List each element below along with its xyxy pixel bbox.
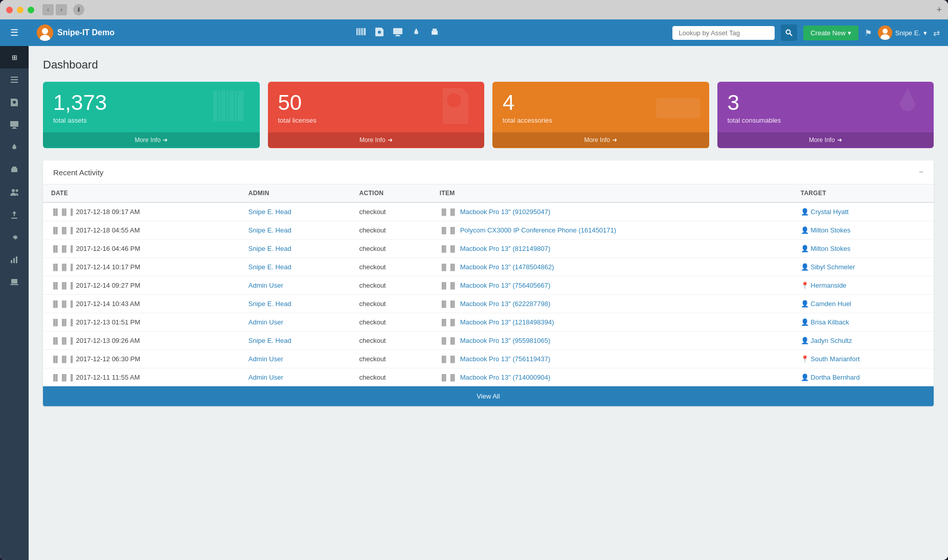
sidebar-item-kiosk[interactable] bbox=[0, 271, 29, 293]
collapse-button[interactable]: − bbox=[919, 168, 923, 177]
save-nav-icon[interactable] bbox=[374, 27, 385, 39]
user-menu[interactable]: Snipe E. ▾ bbox=[878, 26, 927, 40]
cell-item[interactable]: ▐▌▐▌Polycom CX3000 IP Conference Phone (… bbox=[432, 221, 793, 240]
accessories-more-info[interactable]: More Info ➜ bbox=[492, 132, 709, 148]
cell-item[interactable]: ▐▌▐▌Macbook Pro 13" (955981065) bbox=[432, 332, 793, 350]
admin-link[interactable]: Admin User bbox=[249, 355, 283, 363]
back-button[interactable]: ‹ bbox=[42, 4, 54, 15]
sidebar-item-licenses[interactable] bbox=[0, 91, 29, 113]
cell-admin[interactable]: Snipe E. Head bbox=[240, 221, 351, 240]
sidebar-item-reports[interactable] bbox=[0, 248, 29, 271]
item-link[interactable]: Macbook Pro 13" (756119437) bbox=[460, 355, 551, 363]
cell-target[interactable]: 👤 Crystal Hyatt bbox=[793, 202, 934, 221]
cell-item[interactable]: ▐▌▐▌Macbook Pro 13" (1478504862) bbox=[432, 258, 793, 276]
maximize-button[interactable] bbox=[28, 7, 34, 13]
share-icon[interactable]: ⇄ bbox=[933, 28, 940, 38]
cell-date: ▐▌▐▌▐2017-12-11 11:55 AM bbox=[43, 368, 240, 387]
svg-rect-12 bbox=[11, 260, 12, 263]
target-link[interactable]: 📍 South Marianfort bbox=[801, 355, 860, 363]
cell-item[interactable]: ▐▌▐▌Macbook Pro 13" (756405667) bbox=[432, 276, 793, 295]
barcode-nav-icon[interactable] bbox=[356, 27, 366, 39]
item-link[interactable]: Macbook Pro 13" (1478504862) bbox=[460, 263, 554, 271]
close-button[interactable] bbox=[6, 7, 13, 13]
target-link[interactable]: 👤 Jadyn Schultz bbox=[801, 337, 852, 344]
admin-link[interactable]: Snipe E. Head bbox=[249, 300, 291, 308]
droplet-nav-icon[interactable] bbox=[411, 27, 421, 39]
sidebar-item-settings[interactable] bbox=[0, 226, 29, 248]
target-link[interactable]: 👤 Milton Stokes bbox=[801, 245, 851, 252]
cell-item[interactable]: ▐▌▐▌Macbook Pro 13" (1218498394) bbox=[432, 313, 793, 332]
create-new-button[interactable]: Create New ▾ bbox=[803, 26, 859, 40]
minimize-button[interactable] bbox=[17, 7, 24, 13]
cell-item[interactable]: ▐▌▐▌Macbook Pro 13" (622287798) bbox=[432, 295, 793, 313]
flag-icon[interactable]: ⚑ bbox=[865, 28, 872, 38]
admin-link[interactable]: Admin User bbox=[249, 374, 283, 381]
cell-admin[interactable]: Snipe E. Head bbox=[240, 240, 351, 258]
target-link[interactable]: 👤 Crystal Hyatt bbox=[801, 208, 849, 216]
admin-link[interactable]: Admin User bbox=[249, 318, 283, 326]
cell-item[interactable]: ▐▌▐▌Macbook Pro 13" (714000904) bbox=[432, 368, 793, 387]
sidebar-brand[interactable]: ☰ bbox=[0, 19, 29, 46]
item-link[interactable]: Macbook Pro 13" (714000904) bbox=[460, 374, 551, 381]
cell-item[interactable]: ▐▌▐▌Macbook Pro 13" (910295047) bbox=[432, 202, 793, 221]
cell-target[interactable]: 👤 Jadyn Schultz bbox=[793, 332, 934, 350]
admin-link[interactable]: Snipe E. Head bbox=[249, 337, 291, 344]
cell-target[interactable]: 👤 Brisa Kilback bbox=[793, 313, 934, 332]
assets-more-info[interactable]: More Info ➜ bbox=[43, 132, 260, 148]
item-link[interactable]: Macbook Pro 13" (622287798) bbox=[460, 300, 551, 308]
search-button[interactable] bbox=[781, 25, 797, 41]
sidebar-item-users[interactable] bbox=[0, 181, 29, 203]
item-link[interactable]: Macbook Pro 13" (910295047) bbox=[460, 208, 551, 216]
print-nav-icon[interactable] bbox=[430, 27, 440, 39]
svg-rect-43 bbox=[238, 90, 244, 121]
cell-target[interactable]: 👤 Milton Stokes bbox=[793, 221, 934, 240]
admin-link[interactable]: Snipe E. Head bbox=[249, 263, 291, 271]
cell-admin[interactable]: Snipe E. Head bbox=[240, 202, 351, 221]
cell-admin[interactable]: Admin User bbox=[240, 350, 351, 368]
cell-item[interactable]: ▐▌▐▌Macbook Pro 13" (812149807) bbox=[432, 240, 793, 258]
cell-admin[interactable]: Admin User bbox=[240, 368, 351, 387]
admin-link[interactable]: Snipe E. Head bbox=[249, 226, 291, 234]
target-link[interactable]: 👤 Dortha Bernhard bbox=[801, 374, 860, 381]
cell-admin[interactable]: Snipe E. Head bbox=[240, 332, 351, 350]
cell-target[interactable]: 👤 Sibyl Schmeler bbox=[793, 258, 934, 276]
cell-target[interactable]: 👤 Camden Huel bbox=[793, 295, 934, 313]
cell-admin[interactable]: Admin User bbox=[240, 313, 351, 332]
sidebar-item-accessories[interactable] bbox=[0, 113, 29, 136]
admin-link[interactable]: Snipe E. Head bbox=[249, 208, 291, 216]
item-link[interactable]: Polycom CX3000 IP Conference Phone (1614… bbox=[460, 226, 616, 234]
target-link[interactable]: 👤 Milton Stokes bbox=[801, 226, 851, 234]
cell-admin[interactable]: Admin User bbox=[240, 276, 351, 295]
brand[interactable]: Snipe-IT Demo bbox=[37, 25, 115, 41]
sidebar-item-printers[interactable] bbox=[0, 158, 29, 181]
cell-item[interactable]: ▐▌▐▌Macbook Pro 13" (756119437) bbox=[432, 350, 793, 368]
cell-admin[interactable]: Snipe E. Head bbox=[240, 295, 351, 313]
consumables-more-info[interactable]: More Info ➜ bbox=[717, 132, 934, 148]
cell-target[interactable]: 📍 Hermanside bbox=[793, 276, 934, 295]
cell-target[interactable]: 👤 Milton Stokes bbox=[793, 240, 934, 258]
forward-button[interactable]: › bbox=[56, 4, 67, 15]
item-link[interactable]: Macbook Pro 13" (756405667) bbox=[460, 282, 551, 289]
item-link[interactable]: Macbook Pro 13" (955981065) bbox=[460, 337, 551, 344]
target-link[interactable]: 👤 Camden Huel bbox=[801, 300, 851, 308]
item-link[interactable]: Macbook Pro 13" (1218498394) bbox=[460, 318, 554, 326]
view-all-button[interactable]: View All bbox=[43, 386, 934, 406]
admin-link[interactable]: Admin User bbox=[249, 282, 283, 289]
target-link[interactable]: 👤 Brisa Kilback bbox=[801, 318, 849, 326]
sidebar-item-consumables[interactable] bbox=[0, 136, 29, 158]
cell-target[interactable]: 📍 South Marianfort bbox=[793, 350, 934, 368]
sidebar-item-upload[interactable] bbox=[0, 203, 29, 226]
new-tab-button[interactable]: + bbox=[936, 5, 942, 15]
licenses-more-info[interactable]: More Info ➜ bbox=[268, 132, 485, 148]
admin-link[interactable]: Snipe E. Head bbox=[249, 245, 291, 252]
sidebar-item-assets[interactable] bbox=[0, 68, 29, 91]
item-link[interactable]: Macbook Pro 13" (812149807) bbox=[460, 245, 551, 252]
target-link[interactable]: 📍 Hermanside bbox=[801, 282, 847, 289]
asset-tag-search[interactable] bbox=[672, 26, 775, 40]
cell-target[interactable]: 👤 Dortha Bernhard bbox=[793, 368, 934, 387]
monitor-nav-icon[interactable] bbox=[393, 27, 403, 39]
download-button[interactable]: ⬇ bbox=[73, 4, 84, 15]
cell-admin[interactable]: Snipe E. Head bbox=[240, 258, 351, 276]
target-link[interactable]: 👤 Sibyl Schmeler bbox=[801, 263, 855, 271]
sidebar-item-dashboard[interactable]: ⊞ bbox=[0, 46, 29, 68]
